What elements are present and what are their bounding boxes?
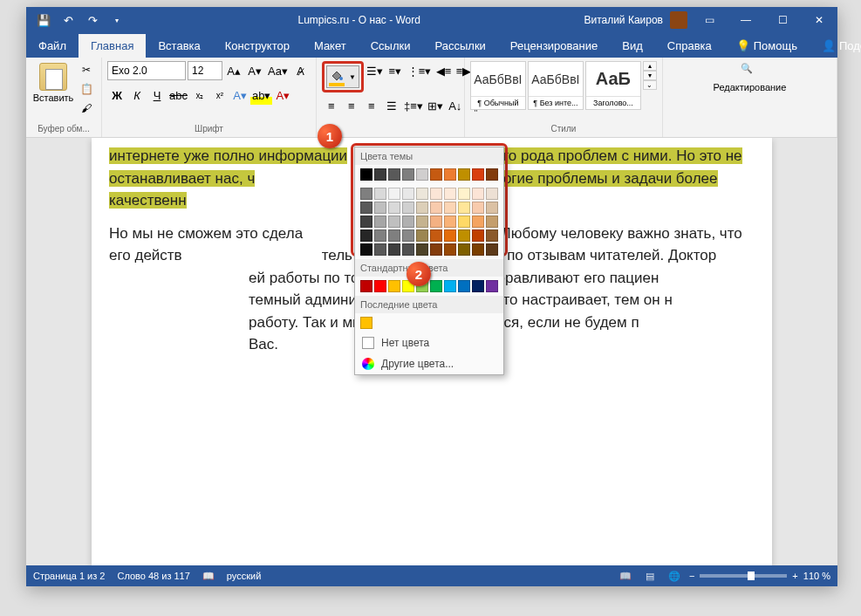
color-swatch[interactable] bbox=[444, 216, 456, 228]
copy-icon[interactable]: 📋 bbox=[77, 80, 96, 98]
read-mode-icon[interactable]: 📖 bbox=[616, 568, 635, 584]
color-swatch[interactable] bbox=[360, 188, 372, 200]
redo-icon[interactable]: ↷ bbox=[82, 10, 103, 31]
color-swatch[interactable] bbox=[388, 243, 400, 256]
editing-button[interactable]: 🔍 Редактирование bbox=[728, 61, 771, 94]
multilevel-icon[interactable]: ⋮≡▾ bbox=[406, 61, 434, 80]
decrease-indent-icon[interactable]: ◀≡ bbox=[434, 61, 453, 80]
superscript-button[interactable]: x² bbox=[210, 86, 229, 105]
color-swatch[interactable] bbox=[374, 168, 386, 181]
align-left-icon[interactable]: ≡ bbox=[322, 96, 341, 115]
color-swatch[interactable] bbox=[486, 168, 498, 181]
color-swatch[interactable] bbox=[486, 188, 498, 200]
color-swatch[interactable] bbox=[360, 229, 372, 242]
color-swatch[interactable] bbox=[472, 168, 484, 181]
more-colors-item[interactable]: Другие цвета... bbox=[355, 353, 503, 374]
color-swatch[interactable] bbox=[472, 243, 484, 256]
color-swatch[interactable] bbox=[388, 168, 400, 181]
color-swatch[interactable] bbox=[486, 229, 498, 242]
shading-dropdown-icon[interactable]: ▼ bbox=[346, 73, 359, 81]
color-swatch[interactable] bbox=[360, 168, 372, 181]
style-item-0[interactable]: АаБбВвІ¶ Обычный bbox=[470, 61, 526, 110]
bullets-icon[interactable]: ☰▾ bbox=[365, 61, 385, 80]
grow-font-icon[interactable]: A▴ bbox=[224, 61, 243, 80]
styles-expand-icon[interactable]: ⌄ bbox=[643, 80, 657, 90]
styles-scroll-down-icon[interactable]: ▾ bbox=[643, 71, 657, 80]
color-swatch[interactable] bbox=[458, 188, 470, 200]
tab-assist[interactable]: 💡Помощь bbox=[724, 34, 810, 58]
color-swatch[interactable] bbox=[458, 202, 470, 214]
color-swatch[interactable] bbox=[444, 229, 456, 242]
numbering-icon[interactable]: ≡▾ bbox=[386, 61, 405, 80]
highlight-color-icon[interactable]: ab▾ bbox=[250, 86, 272, 105]
font-color-icon[interactable]: A▾ bbox=[273, 86, 292, 105]
status-language[interactable]: русский bbox=[227, 571, 261, 581]
subscript-button[interactable]: x₂ bbox=[190, 86, 209, 105]
color-swatch[interactable] bbox=[430, 188, 442, 200]
color-swatch[interactable] bbox=[472, 188, 484, 200]
color-swatch[interactable] bbox=[416, 229, 428, 242]
color-swatch[interactable] bbox=[444, 168, 456, 181]
cut-icon[interactable]: ✂ bbox=[77, 61, 96, 79]
bold-button[interactable]: Ж bbox=[107, 86, 126, 105]
qat-customize-icon[interactable]: ▾ bbox=[106, 10, 127, 31]
color-swatch[interactable] bbox=[374, 216, 386, 228]
color-swatch[interactable] bbox=[360, 202, 372, 214]
color-swatch[interactable] bbox=[458, 229, 470, 242]
color-swatch[interactable] bbox=[472, 216, 484, 228]
color-swatch[interactable] bbox=[388, 280, 400, 292]
borders-icon[interactable]: ⊞▾ bbox=[426, 96, 445, 115]
color-swatch[interactable] bbox=[388, 216, 400, 228]
minimize-icon[interactable]: — bbox=[728, 7, 764, 33]
web-layout-icon[interactable]: 🌐 bbox=[665, 568, 684, 584]
tab-file[interactable]: Файл bbox=[26, 34, 79, 58]
styles-scroll-up-icon[interactable]: ▴ bbox=[643, 61, 657, 71]
justify-icon[interactable]: ☰ bbox=[382, 96, 401, 115]
close-icon[interactable]: ✕ bbox=[801, 7, 837, 33]
format-painter-icon[interactable]: 🖌 bbox=[77, 99, 96, 117]
color-swatch[interactable] bbox=[458, 168, 470, 181]
color-swatch[interactable] bbox=[416, 188, 428, 200]
undo-icon[interactable]: ↶ bbox=[58, 10, 79, 31]
color-swatch[interactable] bbox=[444, 280, 456, 292]
color-swatch[interactable] bbox=[486, 243, 498, 256]
color-swatch[interactable] bbox=[486, 216, 498, 228]
color-swatch[interactable] bbox=[416, 168, 428, 181]
paste-button[interactable]: Вставить bbox=[31, 61, 75, 105]
color-swatch[interactable] bbox=[458, 216, 470, 228]
color-swatch[interactable] bbox=[430, 168, 442, 181]
tab-share[interactable]: 👤Поделиться bbox=[810, 34, 861, 58]
color-swatch[interactable] bbox=[416, 202, 428, 214]
color-swatch[interactable] bbox=[458, 243, 470, 256]
color-swatch[interactable] bbox=[360, 317, 372, 329]
color-swatch[interactable] bbox=[360, 216, 372, 228]
color-swatch[interactable] bbox=[360, 243, 372, 256]
ribbon-options-icon[interactable]: ▭ bbox=[691, 7, 728, 33]
line-spacing-icon[interactable]: ‡≡▾ bbox=[402, 96, 425, 115]
color-swatch[interactable] bbox=[486, 280, 498, 292]
zoom-out-icon[interactable]: − bbox=[689, 571, 694, 581]
font-size-select[interactable] bbox=[188, 61, 222, 80]
tab-references[interactable]: Ссылки bbox=[359, 34, 423, 58]
color-swatch[interactable] bbox=[402, 168, 414, 181]
color-swatch[interactable] bbox=[472, 202, 484, 214]
color-swatch[interactable] bbox=[388, 202, 400, 214]
align-center-icon[interactable]: ≡ bbox=[342, 96, 361, 115]
color-swatch[interactable] bbox=[458, 280, 470, 292]
color-swatch[interactable] bbox=[374, 229, 386, 242]
color-swatch[interactable] bbox=[486, 202, 498, 214]
color-swatch[interactable] bbox=[374, 188, 386, 200]
sort-icon[interactable]: A↓ bbox=[446, 96, 465, 115]
tab-design[interactable]: Конструктор bbox=[213, 34, 302, 58]
status-page[interactable]: Страница 1 из 2 bbox=[33, 571, 105, 581]
color-swatch[interactable] bbox=[402, 188, 414, 200]
zoom-in-icon[interactable]: + bbox=[792, 571, 797, 581]
zoom-slider[interactable] bbox=[700, 574, 787, 578]
align-right-icon[interactable]: ≡ bbox=[362, 96, 381, 115]
color-swatch[interactable] bbox=[430, 216, 442, 228]
print-layout-icon[interactable]: ▤ bbox=[640, 568, 659, 584]
color-swatch[interactable] bbox=[374, 243, 386, 256]
color-swatch[interactable] bbox=[388, 229, 400, 242]
color-swatch[interactable] bbox=[402, 202, 414, 214]
color-swatch[interactable] bbox=[472, 280, 484, 292]
